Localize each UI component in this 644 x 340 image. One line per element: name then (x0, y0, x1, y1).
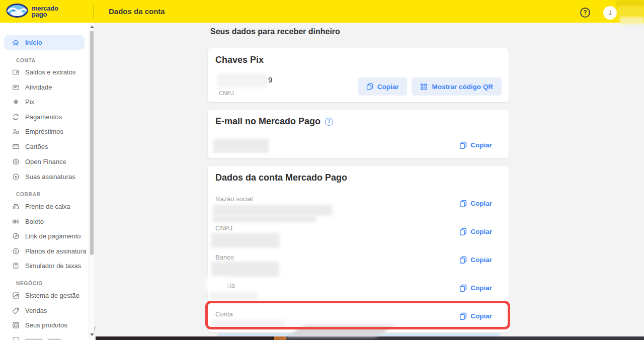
sidebar-item-label: Cartões (25, 143, 48, 150)
sidebar-item-seus-produtos[interactable]: Seus produtos (4, 317, 85, 332)
payment-link-icon (12, 232, 20, 240)
home-icon (12, 39, 20, 46)
sidebar-item-label: Link de pagamento (25, 232, 81, 240)
management-chart-icon (12, 292, 20, 299)
redacted-agencia-value (210, 292, 258, 301)
account-data-card: Dados da conta Mercado Pago Razão social… (208, 166, 509, 332)
redaction-over-agencia-label (206, 278, 229, 291)
edge-artifact-mark (94, 326, 96, 333)
sidebar-item-pix[interactable]: Pix (4, 94, 85, 109)
sidebar-item-label: Pix (25, 98, 34, 106)
copy-conta-link[interactable]: Copiar (459, 312, 492, 320)
sidebar-scrollbar[interactable] (89, 23, 94, 340)
sidebar-section-conta: CONTA (16, 58, 36, 63)
copy-razao-social-link[interactable]: Copiar (459, 200, 492, 207)
copy-icon (459, 141, 467, 149)
redacted-cnpj (211, 233, 280, 248)
scrollbar-thumb[interactable] (90, 31, 94, 255)
user-avatar[interactable]: J (603, 6, 617, 20)
info-icon[interactable]: i (325, 118, 333, 126)
scroll-down-arrow-icon[interactable] (90, 333, 94, 336)
dollar-circle-icon: $ (12, 247, 20, 255)
sidebar-item-pagamentos[interactable]: Pagamentos (4, 109, 85, 124)
row-label-razao-social: Razão social (215, 195, 253, 203)
topbar-divider-left (93, 5, 94, 18)
copy-icon (459, 256, 467, 264)
email-card-title-text: E-mail no Mercado Pago (215, 116, 320, 126)
redacted-email-value (213, 139, 269, 153)
copy-link-label: Copiar (470, 228, 492, 235)
unknown-icon (12, 336, 20, 340)
pix-key-visible-digit: 9 (268, 75, 272, 84)
svg-text:$: $ (15, 249, 17, 253)
pix-card-title: Chaves Pix (215, 55, 264, 65)
copy-button-label: Copiar (377, 83, 399, 91)
qr-button-label: Mostrar código QR (432, 83, 493, 91)
sidebar-item-simulador-de-taxas[interactable]: Simulador de taxas (4, 258, 85, 273)
bottom-bar-orange-segment (274, 336, 286, 340)
copy-icon (459, 200, 467, 207)
sidebar-item-vendas[interactable]: Vendas (4, 303, 85, 318)
sidebar-item-inicio[interactable]: Início (4, 35, 85, 50)
bottom-bar-dark-segment (96, 336, 274, 340)
redacted-banco (211, 262, 279, 277)
copy-agencia-link[interactable]: Copiar (459, 284, 492, 292)
sidebar-item-cartoes[interactable]: Cartões (4, 139, 85, 154)
sidebar-item-label: Suas assinaturas (25, 173, 75, 181)
sidebar-item-label: Open Finance (25, 158, 66, 165)
copy-icon (459, 284, 467, 292)
sidebar-item-planos-de-assinatura[interactable]: $ Planos de assinatura (4, 243, 85, 259)
topbar: mercado pago Dados da conta ? J (0, 0, 644, 23)
sidebar-item-label: Planos de assinatura (25, 247, 86, 255)
sidebar-item-label: Início (25, 39, 42, 46)
show-qr-code-button[interactable]: Mostrar código QR (412, 77, 502, 96)
sidebar-item-frente-de-caixa[interactable]: Frente de caixa (4, 199, 85, 214)
copy-email-link[interactable]: Copiar (459, 141, 492, 149)
copy-icon (459, 312, 467, 320)
main-content: Seus dados para receber dinheiro Chaves … (94, 23, 644, 340)
sidebar-item-label: Boleto (25, 218, 44, 225)
bottom-window-edge-bar (96, 336, 644, 340)
email-card-title: E-mail no Mercado Pagoi (215, 116, 333, 127)
sidebar-item-label: Saldos e extratos (25, 68, 75, 76)
copy-cnpj-link[interactable]: Copiar (459, 228, 492, 235)
pix-card-buttons: Copiar Mostrar código QR (358, 77, 502, 96)
copy-banco-link[interactable]: Copiar (459, 256, 492, 264)
copy-link-label: Copiar (470, 200, 492, 207)
redacted-pix-key (218, 73, 267, 88)
redacted-username-patch (618, 6, 644, 18)
row-label-banco: Banco (215, 253, 234, 261)
email-card: E-mail no Mercado Pagoi Copiar (208, 110, 509, 158)
sidebar-item-sistema-de-gestao[interactable]: Sistema de gestão (4, 288, 85, 303)
scroll-up-arrow-icon[interactable] (90, 26, 94, 28)
mercado-pago-logo[interactable]: mercado pago (6, 3, 58, 20)
help-icon[interactable]: ? (580, 8, 590, 18)
pix-key-type-label: CNPJ (219, 90, 234, 96)
activity-card-icon (12, 83, 20, 91)
loans-person-icon (12, 128, 20, 135)
pix-diamond-icon (12, 98, 20, 106)
redaction-smudge (287, 325, 393, 336)
sidebar-item-label: Empréstimos (25, 128, 63, 135)
logo-wordmark: mercado pago (32, 6, 58, 18)
sidebar-item-partial-cutoff[interactable] (4, 332, 85, 340)
sidebar-item-atividade[interactable]: Atividade (4, 79, 85, 95)
sidebar-item-emprestimos[interactable]: Empréstimos (4, 124, 85, 139)
sidebar-item-suas-assinaturas[interactable]: Suas assinaturas (4, 169, 85, 184)
badge-star-icon (12, 173, 20, 181)
sidebar-section-negocio: NEGÓCIO (16, 281, 43, 286)
sidebar-item-link-de-pagamento[interactable]: Link de pagamento (4, 228, 85, 243)
sidebar-item-saldos-e-extratos[interactable]: Saldos e extratos (4, 64, 85, 79)
redacted-razao-social (213, 216, 316, 222)
copy-icon (459, 228, 467, 235)
question-mark-glyph: ? (583, 9, 587, 16)
sidebar-item-open-finance[interactable]: Open Finance (4, 154, 85, 169)
wallet-icon (12, 68, 20, 76)
copy-link-label: Copiar (470, 141, 492, 149)
products-box-icon (12, 321, 20, 329)
payments-arrows-icon (12, 113, 20, 121)
sidebar-item-boleto[interactable]: Boleto (4, 214, 85, 229)
sidebar-item-label: Simulador de taxas (25, 262, 81, 270)
copy-pix-key-button[interactable]: Copiar (358, 77, 408, 96)
sidebar-item-label: Vendas (25, 307, 47, 314)
